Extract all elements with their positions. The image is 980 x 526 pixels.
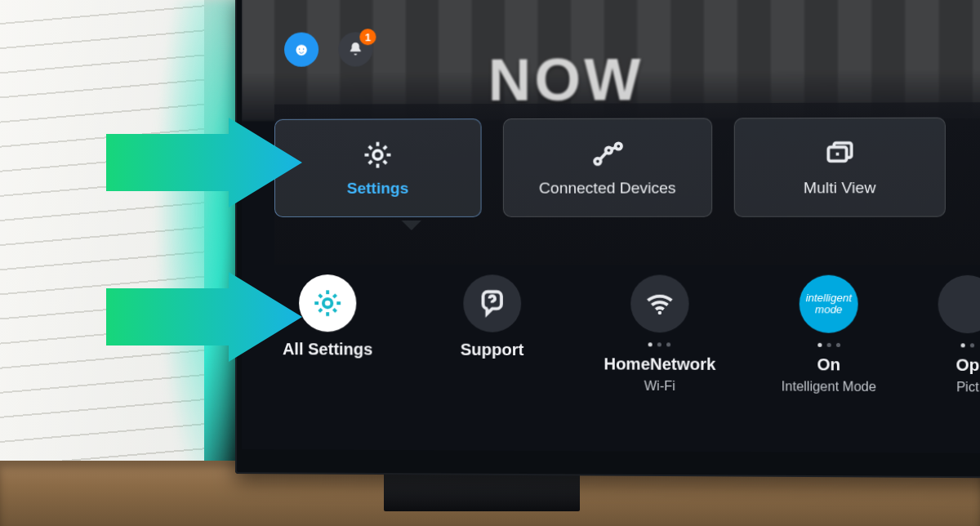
pager-dots: [817, 343, 840, 347]
svg-point-6: [658, 311, 662, 314]
svg-point-2: [606, 147, 612, 153]
tv-frame: NOW ☻ 1 Settings: [235, 0, 980, 478]
sub-sublabel: Pict: [956, 380, 979, 394]
pager-dots: [648, 342, 671, 346]
tile-multi-view[interactable]: Multi View: [734, 118, 946, 217]
quick-tiles-row: Settings Connected Devices Multi Vi: [274, 102, 980, 265]
notifications-button[interactable]: 1: [338, 32, 372, 66]
sub-label: Support: [461, 341, 524, 359]
scene-root: NOW ☻ 1 Settings: [0, 0, 980, 526]
sub-label: All Settings: [283, 340, 372, 359]
gear-icon: [312, 288, 343, 319]
sub-label: HomeNetwork: [604, 354, 715, 374]
svg-point-0: [373, 150, 382, 159]
wifi-icon: [644, 288, 675, 319]
tv-screen: NOW ☻ 1 Settings: [242, 0, 980, 453]
tile-connected-devices[interactable]: Connected Devices: [503, 118, 712, 216]
intelligent-mode-icon: intelligent mode: [800, 275, 858, 333]
svg-point-1: [595, 158, 600, 164]
tile-label: Multi View: [804, 179, 876, 197]
status-bar: ☻ 1: [284, 32, 372, 67]
multi-view-icon: [822, 137, 856, 171]
selection-caret: [402, 221, 421, 230]
sub-support[interactable]: Support: [439, 274, 546, 359]
sub-home-network[interactable]: HomeNetwork Wi-Fi: [604, 274, 715, 394]
settings-subrow: All Settings Support: [274, 274, 980, 394]
sub-label: Op: [956, 356, 979, 375]
pager-dots: [961, 343, 975, 347]
notification-badge: 1: [359, 29, 376, 45]
profile-icon[interactable]: ☻: [284, 33, 318, 67]
sub-all-settings[interactable]: All Settings: [274, 274, 381, 359]
tile-settings[interactable]: Settings: [274, 118, 482, 217]
svg-point-3: [616, 143, 621, 149]
gear-icon: [361, 139, 394, 172]
support-icon: [476, 288, 507, 319]
tile-label: Connected Devices: [539, 179, 676, 197]
svg-point-5: [323, 299, 332, 307]
tile-label: Settings: [347, 180, 408, 198]
connected-devices-icon: [590, 138, 624, 171]
smiley-icon: ☻: [292, 39, 310, 60]
sub-sublabel: Intelligent Mode: [782, 379, 876, 394]
sub-sublabel: Wi-Fi: [644, 379, 675, 394]
sub-intelligent-mode[interactable]: intelligent mode On Intelligent Mode: [774, 275, 883, 394]
sub-picture-options[interactable]: Op Pict: [942, 275, 980, 395]
sub-label: On: [817, 355, 840, 374]
